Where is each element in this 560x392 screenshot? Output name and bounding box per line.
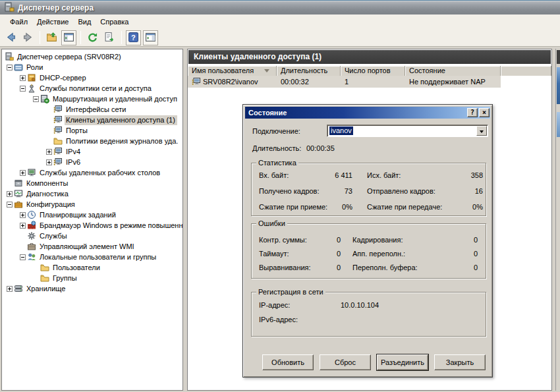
reset-button[interactable]: Сброс	[320, 354, 371, 370]
toolbar-separator	[80, 31, 81, 44]
toolbar-refresh-button[interactable]	[85, 30, 100, 45]
group-network-registration: Регистрация в сетиIP-адрес:10.0.10.104IP…	[251, 292, 486, 337]
tree-item-users[interactable]: Пользователи	[2, 262, 182, 273]
disconnect-button[interactable]: Разъединить	[377, 354, 428, 370]
rras-icon	[40, 94, 49, 103]
tree-item-npas[interactable]: Службы политики сети и доступа	[2, 83, 182, 94]
tree-item-storage[interactable]: Хранилище	[2, 283, 182, 294]
tree-item-local-users-groups[interactable]: Локальные пользователи и группы	[2, 252, 182, 262]
menu-view[interactable]: Вид	[73, 16, 96, 28]
group-errors: ОшибкиКонтр. суммы:0Кадрирования:0Таймау…	[251, 223, 486, 279]
tree-item-roles[interactable]: Роли	[2, 62, 182, 72]
stat-value: 0	[474, 236, 478, 244]
stat-value: 0	[474, 264, 478, 271]
tree-item-groups[interactable]: Группы	[2, 273, 182, 283]
expand-toggle[interactable]	[7, 191, 13, 197]
firewall-icon	[27, 221, 36, 230]
stat-label: IP-адрес:	[259, 301, 341, 309]
dialog-buttons: ОбновитьСбросРазъединитьЗакрыть	[262, 354, 486, 370]
tree-item-ipv6[interactable]: IPv6	[2, 157, 182, 167]
expand-toggle[interactable]	[20, 212, 26, 218]
group-title: Ошибки	[256, 219, 287, 227]
column-header-0[interactable]: Имя пользователя	[188, 66, 277, 76]
toolbar-show-action-pane-button[interactable]	[143, 30, 158, 45]
diagnostics-icon	[14, 189, 23, 198]
stat-label: Апп. переполн.:	[352, 250, 405, 258]
dialog-titlebar[interactable]: Состояние	[245, 107, 490, 119]
tree-item-network-interfaces[interactable]: Интерфейсы сети	[2, 104, 182, 115]
stat-label: Исх. байт:	[367, 171, 401, 179]
toolbar-help-button[interactable]: ?	[126, 30, 141, 45]
tree-item-remote-access-clients[interactable]: Клиенты удаленного доступа (1)	[2, 115, 182, 125]
tree-item-remote-desktop-services[interactable]: Службы удаленных рабочих столов	[2, 167, 182, 178]
connection-value: ivanov	[329, 126, 353, 135]
collapse-toggle[interactable]	[20, 254, 26, 260]
netnode-icon	[53, 115, 63, 125]
tree-item-task-scheduler[interactable]: Планировщик заданий	[2, 210, 182, 220]
dialog-help-button[interactable]: ?	[467, 108, 478, 117]
storage-icon	[14, 284, 23, 293]
tree-item-ports[interactable]: Порты	[2, 125, 182, 136]
table-row[interactable]: SRV08R2\ivanov00:00:321Не поддерживает N…	[188, 76, 501, 88]
close-button[interactable]: Закрыть	[434, 354, 486, 370]
dialog-close-button[interactable]: ×	[479, 108, 490, 117]
toolbar-up-level-button[interactable]	[44, 30, 59, 45]
refresh-button[interactable]: Обновить	[262, 354, 314, 370]
client-computer-icon	[192, 77, 201, 86]
tree-item-diagnostics[interactable]: Диагностика	[2, 188, 182, 199]
tree-item-services[interactable]: Службы	[2, 231, 182, 241]
stat-label: Вх. байт:	[259, 171, 289, 179]
menu-help[interactable]: Справка	[96, 16, 133, 28]
combobox-dropdown-button[interactable]	[476, 126, 487, 136]
collapse-toggle[interactable]	[20, 86, 26, 92]
tree-item-windows-firewall[interactable]: Брандмауэр Windows в режиме повышенн	[2, 220, 182, 231]
group-title: Регистрация в сети	[256, 288, 325, 296]
tree-item-logging-policies[interactable]: Политики ведения журналов уда.	[2, 136, 182, 146]
expand-toggle[interactable]	[7, 286, 13, 292]
toolbar-forward-button[interactable]	[20, 30, 36, 45]
toolbar-back-button[interactable]	[3, 30, 18, 45]
row-cell-3: Не поддерживает NAP	[409, 78, 486, 86]
column-header-1[interactable]: Длительность	[277, 66, 341, 76]
column-header-3[interactable]: Состояние	[405, 66, 501, 76]
expand-toggle[interactable]	[46, 159, 52, 165]
expand-toggle[interactable]	[46, 149, 52, 155]
tree-item-features[interactable]: Компоненты	[2, 178, 182, 188]
expand-toggle[interactable]	[20, 223, 26, 229]
menu-file[interactable]: Файл	[5, 16, 32, 28]
collapse-toggle[interactable]	[7, 202, 13, 208]
collapse-toggle[interactable]	[7, 65, 13, 70]
window-titlebar[interactable]: Диспетчер сервера	[0, 0, 560, 14]
expand-toggle[interactable]	[20, 170, 26, 176]
status-dialog: Состояние ? × Подключение: ivanov Длител…	[242, 104, 493, 378]
configuration-icon	[14, 200, 23, 209]
menu-action[interactable]: Действие	[32, 16, 73, 28]
action-pane-edge	[555, 49, 560, 391]
action-pane-header-edge	[557, 50, 560, 64]
expand-toggle[interactable]	[20, 75, 26, 81]
folder-icon	[40, 273, 49, 283]
tree-item-dhcp-server[interactable]: DHCP-сервер	[2, 72, 182, 83]
duration-value: 00:00:35	[306, 144, 335, 152]
column-header-2[interactable]: Число портов	[341, 66, 405, 76]
stat-label: Таймаут:	[259, 250, 289, 258]
toolbar-export-list-button[interactable]	[102, 30, 117, 45]
table-header: Имя пользователяДлительностьЧисло портов…	[188, 66, 551, 76]
collapse-toggle[interactable]	[33, 96, 39, 102]
action-pane-icon	[145, 32, 156, 44]
dialog-title: Состояние	[248, 109, 287, 117]
toolbar: ?	[0, 29, 560, 47]
connection-combobox[interactable]: ivanov	[327, 125, 488, 137]
tree-item-wmi-control[interactable]: Управляющий элемент WMI	[2, 241, 182, 252]
results-title: Клиенты удаленного доступа (1)	[194, 52, 322, 61]
tree-item-rras[interactable]: Маршрутизация и удаленный доступ	[2, 94, 182, 104]
services-icon	[27, 231, 36, 240]
tree-item-ipv4[interactable]: IPv4	[2, 146, 182, 157]
group-title: Статистика	[256, 159, 298, 167]
duration-label: Длительность:	[252, 144, 301, 152]
up-level-icon	[46, 32, 57, 44]
toolbar-show-console-tree-button[interactable]	[61, 30, 76, 45]
tree-item-configuration[interactable]: Конфигурация	[2, 199, 182, 210]
stat-value: 16	[475, 187, 483, 195]
tree-item-server-manager-root[interactable]: Диспетчер сервера (SRV08R2)	[2, 51, 182, 62]
